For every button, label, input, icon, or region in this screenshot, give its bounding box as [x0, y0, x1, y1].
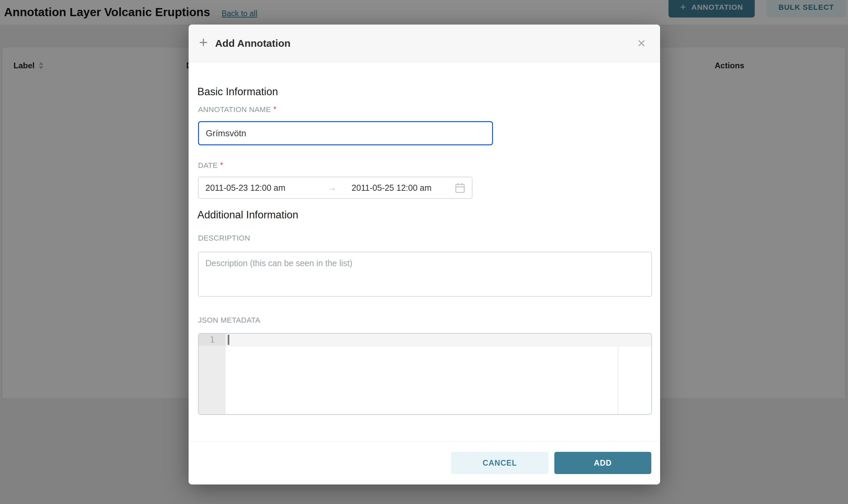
date-label: DATE *	[198, 161, 223, 170]
arrow-right-icon: →	[316, 182, 347, 193]
date-start-value[interactable]: 2011-05-23 12:00 am	[205, 183, 316, 193]
add-button-label: ADD	[594, 458, 612, 468]
editor-cursor	[228, 335, 229, 345]
modal-footer: CANCEL ADD	[189, 441, 660, 485]
description-label-text: DESCRIPTION	[198, 234, 250, 242]
close-icon[interactable]: ✕	[637, 38, 646, 49]
basic-information-heading: Basic Information	[197, 86, 278, 98]
date-label-text: DATE	[198, 161, 218, 170]
annotation-name-label: ANNOTATION NAME *	[198, 105, 277, 114]
editor-active-line	[226, 334, 651, 346]
modal-title: Add Annotation	[215, 38, 291, 49]
cancel-button[interactable]: CANCEL	[451, 452, 549, 474]
required-asterisk: *	[274, 105, 277, 114]
calendar-icon	[455, 182, 465, 194]
json-metadata-label: JSON METADATA	[198, 316, 260, 325]
add-button[interactable]: ADD	[554, 452, 651, 474]
json-metadata-label-text: JSON METADATA	[198, 316, 260, 325]
cancel-button-label: CANCEL	[483, 458, 517, 468]
add-annotation-modal: + Add Annotation ✕ Basic Information ANN…	[189, 24, 660, 485]
description-label: DESCRIPTION	[198, 234, 250, 242]
modal-header: + Add Annotation ✕	[189, 24, 660, 62]
description-textarea[interactable]	[198, 252, 652, 297]
date-range-picker[interactable]: 2011-05-23 12:00 am → 2011-05-25 12:00 a…	[198, 177, 472, 199]
annotation-name-label-text: ANNOTATION NAME	[198, 105, 271, 114]
editor-line-number: 1	[199, 334, 226, 346]
date-end-value[interactable]: 2011-05-25 12:00 am	[347, 183, 455, 193]
plus-icon: +	[199, 35, 208, 50]
additional-information-heading: Additional Information	[197, 209, 298, 221]
required-asterisk: *	[220, 161, 223, 169]
annotation-layer-screen: Annotation Layer Volcanic Eruptions Back…	[0, 0, 848, 504]
json-metadata-editor[interactable]: 1	[198, 333, 652, 415]
annotation-name-input[interactable]	[198, 121, 493, 145]
